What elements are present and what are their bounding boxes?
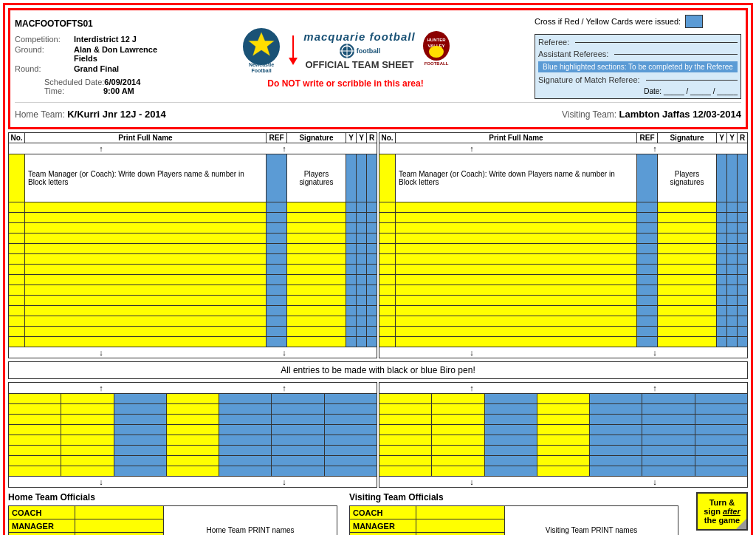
player-row[interactable]	[379, 327, 748, 337]
player-row[interactable]	[379, 213, 748, 223]
player-row[interactable]	[379, 296, 748, 306]
player-row[interactable]	[9, 296, 377, 306]
competition-info: Competition: Interdistrict 12 J Ground: …	[15, 35, 162, 95]
visiting-bottom-player-table: ↑↑↓↓	[379, 382, 748, 488]
visiting-bottom-table: ↑↑↓↓	[379, 382, 748, 488]
player-row[interactable]	[379, 306, 748, 316]
th-name-home: Print Full Name	[25, 133, 267, 143]
player-row[interactable]	[9, 275, 377, 285]
player-row[interactable]	[379, 456, 748, 466]
official-sheet-text: OFFICIAL TEAM SHEET	[305, 59, 413, 70]
player-row[interactable]	[9, 425, 377, 435]
player-row[interactable]	[9, 223, 377, 234]
player-row[interactable]	[379, 202, 748, 213]
officials-section: Home Team Officials COACH Home Team PRIN…	[8, 492, 748, 535]
player-row[interactable]	[379, 244, 748, 254]
visiting-official-name[interactable]	[416, 533, 505, 536]
player-row[interactable]	[9, 316, 377, 327]
th-sig-visit: Signature	[658, 133, 717, 143]
th-r-home: R	[367, 133, 377, 143]
visiting-team-value: Lambton Jaffas 12/03-2014	[619, 109, 741, 120]
home-team-row: Home Team: K/Kurri Jnr 12J - 2014	[15, 109, 166, 120]
player-row[interactable]	[9, 446, 377, 456]
no-write-notice: Do NOT write or scribble in this area!	[267, 78, 423, 89]
player-row[interactable]	[9, 265, 377, 275]
th-ref-visit: REF	[637, 133, 658, 143]
player-row[interactable]	[9, 254, 377, 265]
home-coach-name[interactable]	[75, 506, 164, 519]
arrow-row-top: ↑↑	[9, 383, 377, 394]
arrow-row-bottom: ↓↓	[9, 347, 377, 358]
player-row[interactable]	[9, 327, 377, 337]
player-row[interactable]	[379, 275, 748, 285]
biro-note: All entries to be made with black or blu…	[8, 361, 748, 379]
round-value: Grand Final	[74, 64, 119, 73]
visiting-player-table: No. Print Full Name REF Signature Y Y R …	[379, 132, 748, 358]
svg-text:Newcastle: Newcastle	[249, 62, 274, 67]
players-sig-box: Players signatures	[658, 154, 717, 202]
player-row[interactable]	[9, 394, 377, 404]
player-row[interactable]	[9, 306, 377, 316]
visiting-coach-role: COACH	[350, 506, 416, 519]
arrow-row-bottom: ↓↓	[379, 477, 748, 488]
player-row[interactable]	[9, 466, 377, 477]
header-left: MACFOOTOFTS01 Competition: Interdistrict…	[15, 18, 162, 95]
newcastle-logo: Newcastle Football	[240, 26, 283, 75]
player-row[interactable]	[379, 446, 748, 456]
th-ref-home: REF	[267, 133, 287, 143]
home-official-name[interactable]	[75, 533, 164, 536]
player-row[interactable]	[379, 285, 748, 296]
home-team-value: K/Kurri Jnr 12J - 2014	[67, 109, 166, 120]
player-row[interactable]	[9, 456, 377, 466]
player-row[interactable]	[9, 202, 377, 213]
player-row[interactable]	[379, 265, 748, 275]
visiting-team-table-section: No. Print Full Name REF Signature Y Y R …	[379, 132, 748, 358]
header-row: MACFOOTOFTS01 Competition: Interdistrict…	[15, 15, 741, 103]
date-row: Date: _____ / _____ / _____	[538, 87, 738, 95]
player-row[interactable]	[379, 316, 748, 327]
visiting-coach-row: COACH Visiting Team PRINT names	[350, 506, 678, 519]
svg-text:FOOTBALL: FOOTBALL	[424, 61, 448, 66]
arrow-row-bottom: ↓↓	[379, 347, 748, 358]
player-row[interactable]	[9, 234, 377, 244]
player-row[interactable]	[9, 404, 377, 415]
time-value: 9:00 AM	[103, 86, 134, 95]
home-official-role: TEAM OFFICIAL	[9, 533, 75, 536]
player-row[interactable]	[379, 234, 748, 244]
player-row[interactable]	[9, 285, 377, 296]
player-row[interactable]	[379, 466, 748, 477]
player-row[interactable]	[379, 415, 748, 425]
instruction-row: Team Manager (or Coach): Write down Play…	[379, 154, 748, 202]
player-row[interactable]	[9, 435, 377, 446]
player-row[interactable]	[379, 404, 748, 415]
teams-row: Home Team: K/Kurri Jnr 12J - 2014 Visiti…	[15, 106, 741, 123]
visiting-officials-table: COACH Visiting Team PRINT names MANAGER …	[349, 505, 678, 535]
player-row[interactable]	[379, 425, 748, 435]
visiting-manager-name[interactable]	[416, 519, 505, 533]
referee-label: Referee:	[538, 38, 569, 47]
outer-container: MACFOOTOFTS01 Competition: Interdistrict…	[3, 3, 753, 535]
home-team-table-section: No. Print Full Name REF Signature Y Y R …	[8, 132, 377, 358]
logos-row: Newcastle Football macquarie football	[240, 26, 450, 75]
th-y2-home: Y	[357, 133, 367, 143]
player-row[interactable]	[9, 213, 377, 223]
home-manager-name[interactable]	[75, 519, 164, 533]
player-row[interactable]	[379, 223, 748, 234]
signature-label: Signature of Match Referee:	[538, 75, 640, 84]
player-row[interactable]	[379, 435, 748, 446]
player-row[interactable]	[379, 254, 748, 265]
player-row[interactable]	[9, 337, 377, 347]
scheduled-date-value: 6/09/2014	[104, 78, 140, 86]
th-no-home: No.	[9, 133, 25, 143]
visiting-team-label: Visiting Team:	[562, 109, 616, 120]
home-print-note: Home Team PRINT names	[164, 506, 337, 536]
visiting-coach-name[interactable]	[416, 506, 505, 519]
visiting-print-note: Visiting Team PRINT names	[505, 506, 678, 536]
bottom-tables-area: ↑↑↓↓ ↑↑↓↓	[8, 382, 748, 488]
player-row[interactable]	[379, 337, 748, 347]
player-row[interactable]	[379, 394, 748, 404]
arrow-row-top: ↑↑	[9, 143, 377, 154]
svg-text:Football: Football	[252, 68, 272, 73]
player-row[interactable]	[9, 415, 377, 425]
player-row[interactable]	[9, 244, 377, 254]
